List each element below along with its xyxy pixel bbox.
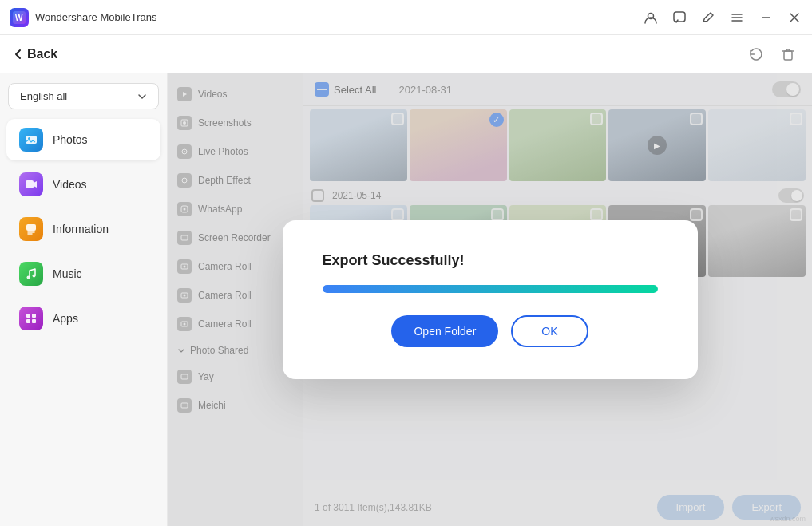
videos-icon — [19, 172, 43, 196]
svg-rect-10 — [784, 51, 792, 60]
language-selector[interactable]: English all — [8, 83, 159, 109]
back-bar: Back — [0, 35, 812, 73]
refresh-icon[interactable] — [745, 43, 767, 65]
sidebar-item-videos[interactable]: Videos — [6, 164, 160, 205]
svg-rect-20 — [26, 314, 30, 318]
menu-icon[interactable] — [729, 10, 745, 26]
account-icon[interactable] — [643, 10, 659, 26]
sidebar-label-information: Information — [53, 223, 109, 235]
sidebar-label-photos: Photos — [53, 133, 88, 146]
language-label: English all — [20, 90, 67, 102]
sidebar-item-music[interactable]: Music — [6, 253, 160, 295]
svg-point-19 — [33, 275, 36, 278]
back-label: Back — [27, 47, 57, 61]
sidebar-item-information[interactable]: Information — [6, 208, 160, 250]
svg-point-13 — [28, 137, 30, 140]
title-bar-left: W Wondershare MobileTrans — [10, 8, 156, 27]
svg-rect-22 — [26, 319, 30, 323]
close-button[interactable] — [786, 10, 802, 26]
chat-icon[interactable] — [671, 10, 687, 26]
photos-icon — [19, 128, 43, 152]
minimize-button[interactable] — [758, 10, 774, 26]
overlay-backdrop: Export Successfully! Open Folder OK — [168, 73, 812, 526]
trash-icon[interactable] — [777, 43, 799, 65]
progress-bar-container — [323, 285, 658, 293]
svg-text:W: W — [15, 14, 23, 22]
back-button[interactable]: Back — [13, 47, 57, 61]
information-icon — [19, 217, 43, 241]
edit-icon[interactable] — [700, 10, 716, 26]
sidebar-label-videos: Videos — [53, 178, 87, 191]
app-icon: W — [10, 8, 29, 27]
svg-rect-15 — [26, 224, 36, 231]
sidebar-label-apps: Apps — [53, 312, 78, 325]
svg-rect-21 — [32, 314, 36, 318]
title-bar-controls — [643, 10, 802, 26]
sidebar-item-photos[interactable]: Photos — [6, 119, 160, 160]
svg-point-18 — [27, 276, 30, 279]
export-success-modal: Export Successfully! Open Folder OK — [283, 220, 698, 379]
sidebar-item-apps[interactable]: Apps — [6, 298, 160, 339]
main-layout: English all Photos Video — [0, 73, 812, 526]
svg-rect-3 — [674, 12, 685, 22]
app-title: Wondershare MobileTrans — [35, 11, 156, 23]
modal-title: Export Successfully! — [323, 252, 465, 269]
title-bar: W Wondershare MobileTrans — [0, 0, 812, 35]
ok-button[interactable]: OK — [511, 315, 588, 347]
apps-icon — [19, 307, 43, 330]
open-folder-button[interactable]: Open Folder — [391, 315, 498, 347]
svg-rect-14 — [26, 180, 34, 188]
sidebar-label-music: Music — [53, 267, 82, 280]
modal-actions: Open Folder OK — [391, 315, 588, 347]
content-area: Videos Screenshots Live Photos Depth Eff… — [168, 73, 812, 526]
svg-rect-23 — [32, 319, 36, 323]
back-bar-actions — [745, 43, 799, 65]
sidebar: English all Photos Video — [0, 73, 168, 526]
music-icon — [19, 262, 43, 286]
progress-bar-fill — [323, 285, 658, 293]
